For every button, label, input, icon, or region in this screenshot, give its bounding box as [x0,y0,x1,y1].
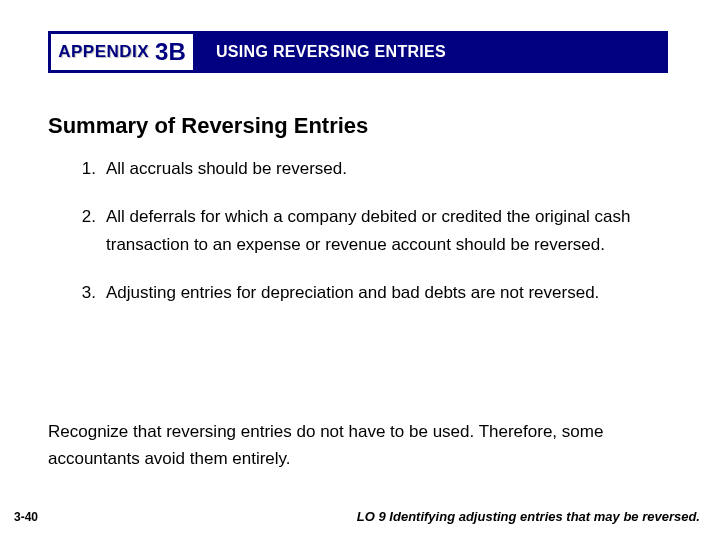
list-number: 2. [78,203,106,259]
slide-title: USING REVERSING ENTRIES [216,43,446,61]
section-heading: Summary of Reversing Entries [48,113,368,139]
list-item: 2. All deferrals for which a company deb… [78,203,658,259]
appendix-number: 3B [155,38,186,66]
list-text: All deferrals for which a company debite… [106,203,658,259]
list-number: 3. [78,279,106,307]
list-text: All accruals should be reversed. [106,155,658,183]
title-box: USING REVERSING ENTRIES [196,31,668,73]
learning-objective: LO 9 Identifying adjusting entries that … [357,509,700,524]
page-number: 3-40 [14,510,38,524]
appendix-label: APPENDIX [58,42,149,62]
numbered-list: 1. All accruals should be reversed. 2. A… [78,155,658,327]
list-number: 1. [78,155,106,183]
list-text: Adjusting entries for depreciation and b… [106,279,658,307]
header-bar: APPENDIX 3B USING REVERSING ENTRIES [48,31,668,73]
appendix-box: APPENDIX 3B [48,31,196,73]
list-item: 1. All accruals should be reversed. [78,155,658,183]
list-item: 3. Adjusting entries for depreciation an… [78,279,658,307]
closing-paragraph: Recognize that reversing entries do not … [48,418,658,472]
